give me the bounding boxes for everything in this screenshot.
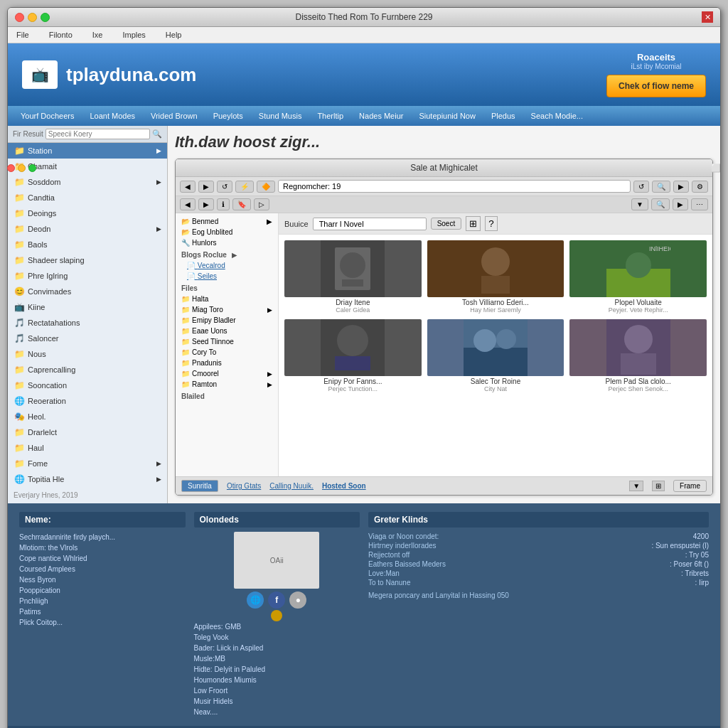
more-button[interactable]: ⋯ xyxy=(691,198,708,210)
sidebar-search-button[interactable]: 🔍 xyxy=(150,129,164,139)
sidebar-item-convimades[interactable]: 😊 Convimades xyxy=(8,284,167,299)
sidebar-item-reoeration[interactable]: 🌐 Reoeration xyxy=(8,393,167,409)
navtab-7[interactable]: Siutepiunid Now xyxy=(412,109,483,123)
menu-help[interactable]: Help xyxy=(163,29,185,41)
sidebar-item-caprencalling[interactable]: 📁 Caprencalling xyxy=(8,362,167,378)
navtab-5[interactable]: Therltip xyxy=(310,109,350,123)
frame-button[interactable]: Frame xyxy=(673,480,707,492)
bs-item-eog[interactable]: 📂 Eog Unblited xyxy=(178,227,275,237)
minimize-traffic-light[interactable] xyxy=(28,13,37,22)
maximize-traffic-light[interactable] xyxy=(41,13,50,22)
bs-emipy[interactable]: 📁 Emipy Bladler xyxy=(178,315,275,326)
media-item-2[interactable]: INlIHEIGTS Plopel Voluaite Peyjer. Vete … xyxy=(569,240,707,314)
navtab-1[interactable]: Loant Modes xyxy=(82,109,142,123)
play-button[interactable]: ▷ xyxy=(254,198,269,210)
media-item-0[interactable]: Driay Itene Caler Gidea xyxy=(284,240,422,314)
bp-item-6[interactable]: Pnchliigh xyxy=(19,596,186,606)
sidebar-item-drarlelct[interactable]: 📁 Drarlelct xyxy=(8,424,167,440)
forward-button[interactable]: ▶ xyxy=(198,181,214,193)
sidebar-item-deodn[interactable]: 📁 Deodn ▶ xyxy=(8,221,167,237)
url-bar[interactable]: Regnomcher: 19 xyxy=(278,180,631,193)
bs-vecalrod[interactable]: 📄 Vecalrod xyxy=(178,260,275,271)
bp-item-0[interactable]: Sechrradannirite firdy playch... xyxy=(19,532,186,542)
bs-cmoorel[interactable]: 📁 Cmoorel ▶ xyxy=(178,368,275,379)
sidebar-search-input[interactable] xyxy=(46,129,150,139)
media-item-4[interactable]: Salec Tor Roine City Nat xyxy=(427,319,564,392)
bp-item-4[interactable]: Ness Byron xyxy=(19,574,186,585)
prev-button[interactable]: ◀ xyxy=(180,198,196,210)
media-item-5[interactable]: Plem Pad Sla clolo... Perjec Shen Senok.… xyxy=(569,319,707,392)
bp-item-7[interactable]: Patims xyxy=(19,606,186,617)
sidebar-item-station[interactable]: 📁 Station ▶ xyxy=(8,143,167,159)
help-button[interactable]: ? xyxy=(485,216,497,231)
sidebar-item-nous[interactable]: 📁 Nous xyxy=(8,346,167,362)
circle-icon[interactable]: ● xyxy=(289,592,306,609)
menu-imples[interactable]: Imples xyxy=(119,29,148,41)
grid-view-button[interactable]: ⊞ xyxy=(466,216,481,231)
menu-filonto[interactable]: Filonto xyxy=(46,29,75,41)
navtab-9[interactable]: Seach Modie... xyxy=(524,109,590,123)
bp-item-3[interactable]: Coursed Amplees xyxy=(19,564,186,574)
sidebar-item-rectatahations[interactable]: 🎵 Rectatahations xyxy=(8,315,167,331)
browser-expand-icon[interactable]: ⬜ xyxy=(711,164,713,173)
bp-item-5[interactable]: Pooppication xyxy=(19,585,186,596)
sidebar-item-fome[interactable]: 📁 Fome ▶ xyxy=(8,456,167,471)
bp-item-1[interactable]: Mlotiom: the Vlrols xyxy=(19,542,186,553)
bs-seed[interactable]: 📁 Seed Tlinnoe xyxy=(178,336,275,347)
navtab-0[interactable]: Yourf Docheers xyxy=(14,109,81,123)
settings-button[interactable]: ⚙ xyxy=(692,181,708,193)
media-item-3[interactable]: Enipy Por Fanns... Perjec Tunction... xyxy=(284,319,422,392)
sidebar-item-saloncer[interactable]: 🎵 Saloncer xyxy=(8,331,167,346)
bp-item-2[interactable]: Cope nantice Whlried xyxy=(19,553,186,564)
menu-ixe[interactable]: Ixe xyxy=(90,29,106,41)
sidebar-item-sooncation[interactable]: 📁 Sooncation xyxy=(8,378,167,393)
navtab-2[interactable]: Vrided Brown xyxy=(144,109,205,123)
sidebar-item-topitia[interactable]: 🌐 Topitia Hle ▶ xyxy=(8,471,167,487)
bs-eaae[interactable]: 📁 Eaae Uons xyxy=(178,326,275,336)
bs-cory-to[interactable]: 📁 Cory To xyxy=(178,347,275,358)
bs-halta[interactable]: 📁 Halta xyxy=(178,294,275,304)
navtab-6[interactable]: Nades Meiur xyxy=(352,109,410,123)
grid-button[interactable]: ⊞ xyxy=(652,481,665,491)
info-button[interactable]: ℹ xyxy=(217,198,230,210)
next-button[interactable]: ▶ xyxy=(198,198,214,210)
home-button[interactable]: ⚡ xyxy=(235,181,254,193)
bs-miag[interactable]: 📁 Miag Toro ▶ xyxy=(178,304,275,315)
search-icon-button[interactable]: 🔍 xyxy=(651,198,670,210)
sidebar-item-deoings[interactable]: 📁 Deoings xyxy=(8,205,167,221)
sidebar-item-candtia[interactable]: 📁 Candtia xyxy=(8,190,167,205)
sidebar-item-heol[interactable]: 🎭 Heol. xyxy=(8,409,167,424)
reload-button[interactable]: ↺ xyxy=(217,181,232,193)
media-item-1[interactable]: Tosh Villiarno Ederi... Hay Mier Saremly xyxy=(427,240,564,314)
status-tab-3[interactable]: Hosted Soon xyxy=(322,482,366,490)
sidebar-item-sosddom[interactable]: 📁 Sosddom ▶ xyxy=(8,174,167,190)
status-tab-1[interactable]: Otirg Gtats xyxy=(227,482,261,490)
close-traffic-light[interactable] xyxy=(15,13,24,22)
bs-ramton[interactable]: 📁 Ramton ▶ xyxy=(178,379,275,390)
sidebar-item-haul[interactable]: 📁 Haul xyxy=(8,440,167,456)
cta-button[interactable]: Chek of fiow neme xyxy=(606,75,706,97)
bs-pnadunis[interactable]: 📁 Pnadunis xyxy=(178,358,275,368)
site-name[interactable]: tplayduna.com xyxy=(66,64,196,86)
refresh-button[interactable]: ↺ xyxy=(633,181,649,193)
play2-button[interactable]: ▶ xyxy=(673,198,688,210)
sidebar-item-phre[interactable]: 📁 Phre Iglring xyxy=(8,268,167,284)
bp-item-8[interactable]: Plick Coitop... xyxy=(19,617,186,628)
sidebar-item-baols[interactable]: 📁 Baols xyxy=(8,237,167,252)
sidebar-item-shadeer[interactable]: 📁 Shadeer slaping xyxy=(8,252,167,268)
stop-button[interactable]: 🔶 xyxy=(257,181,275,193)
navtab-3[interactable]: Pueylots xyxy=(206,109,250,123)
bs-item-benmed[interactable]: 📂 Benmed ▶ xyxy=(178,216,275,227)
status-tab-0[interactable]: Sunritla xyxy=(181,480,218,492)
media-button[interactable]: ▶ xyxy=(673,181,689,193)
browser-search-input[interactable] xyxy=(313,218,427,230)
back-button[interactable]: ◀ xyxy=(180,181,196,193)
facebook-icon[interactable]: f xyxy=(268,592,285,609)
sidebar-item-kiine[interactable]: 📺 Kiine xyxy=(8,299,167,315)
close-button[interactable]: ✕ xyxy=(702,11,713,23)
down-arrow-button[interactable]: ▼ xyxy=(631,198,648,210)
down-button[interactable]: ▼ xyxy=(629,481,643,491)
menu-file[interactable]: File xyxy=(14,29,32,41)
bs-item-hunlors[interactable]: 🔧 Hunlors xyxy=(178,237,275,248)
web-icon[interactable]: 🌐 xyxy=(247,592,264,609)
